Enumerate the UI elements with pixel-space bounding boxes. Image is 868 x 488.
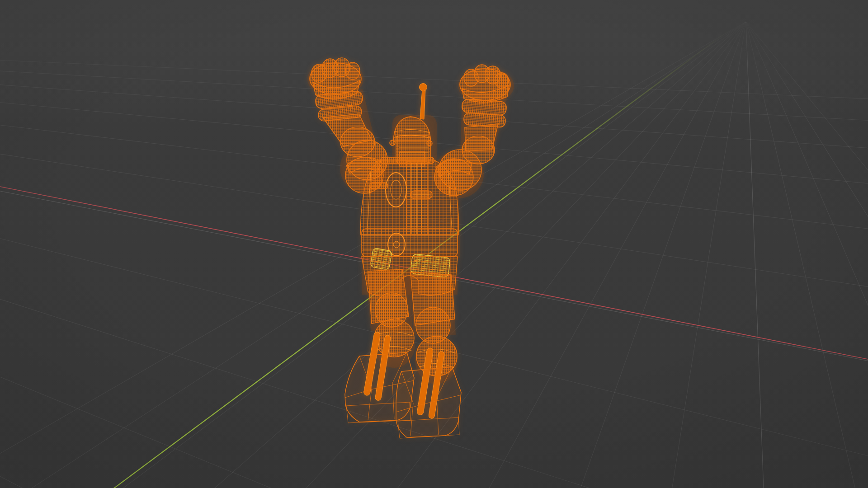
chest-latch-left [370, 183, 388, 189]
right-boot [396, 367, 461, 437]
antenna-ball [420, 84, 427, 91]
antenna-rod [420, 89, 425, 119]
left-fist-knuckle [345, 62, 360, 80]
left-calf [374, 319, 414, 357]
3d-viewport[interactable] [0, 0, 868, 488]
robot-torso[interactable] [361, 157, 459, 235]
head-side-knob [390, 140, 395, 145]
head-side-knob [427, 141, 432, 146]
robot-model[interactable] [0, 0, 868, 488]
